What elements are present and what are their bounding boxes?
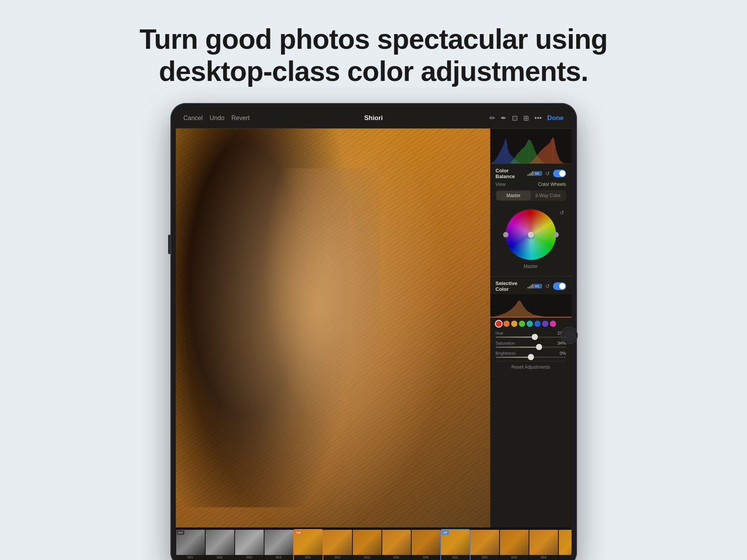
saturation-fill (496, 347, 539, 348)
swatch-green[interactable] (519, 321, 525, 327)
wheel-center-handle[interactable] (528, 232, 534, 238)
strip-item-cn5[interactable]: 005 (412, 530, 440, 560)
hue-label-row: Hue 21% (496, 331, 566, 335)
headline: Turn good photos spectacular using deskt… (0, 0, 747, 103)
swatch-red[interactable] (496, 321, 502, 327)
revert-button[interactable]: Revert (232, 115, 250, 122)
volume-button (168, 235, 170, 254)
swatch-blue[interactable] (534, 321, 541, 327)
home-button[interactable] (561, 327, 578, 344)
selective-histogram (490, 294, 572, 318)
tab-master[interactable]: Master (496, 191, 531, 200)
saturation-thumb[interactable] (536, 344, 542, 350)
strip-item-mf1[interactable]: 001 (559, 530, 572, 560)
reset-icon[interactable]: ↺ (545, 170, 550, 177)
selective-color-section: Selective Color ML ↺ (490, 276, 572, 377)
toolbar-center: Shiori (310, 114, 437, 122)
ml-badge[interactable]: ML (533, 171, 542, 176)
swatch-teal[interactable] (527, 321, 533, 327)
undo-button[interactable]: Undo (210, 115, 224, 122)
swatch-purple[interactable] (542, 321, 548, 327)
saturation-label-row: Saturation 34% (496, 341, 566, 345)
histogram-svg (490, 129, 572, 163)
selective-color-controls: ML ↺ (533, 282, 566, 290)
color-wheel[interactable] (506, 210, 556, 260)
strip-item-cf4[interactable]: 004 (529, 530, 558, 560)
brightness-label: Brightness (496, 351, 516, 356)
saturation-slider-row: Saturation 34% (496, 341, 566, 348)
strip-item-bw3[interactable]: 003 (235, 530, 264, 560)
more-icon[interactable]: ••• (534, 114, 542, 122)
strip-item-cn2[interactable]: 002 (323, 530, 352, 560)
hue-thumb[interactable] (532, 334, 538, 340)
brightness-slider-row: Brightness 0% (496, 351, 566, 358)
pencil-icon[interactable]: ✒ (501, 114, 507, 122)
selective-ml-badge[interactable]: ML (533, 284, 542, 289)
hue-slider-row: Hue 21% (496, 331, 566, 338)
filmstrip: BW 001 002 003 004 (176, 527, 572, 560)
ipad-outer: Cancel Undo Revert Shiori ✏ ✒ ⊡ ⊞ (170, 103, 577, 560)
toolbar-right: ✏ ✒ ⊡ ⊞ ••• Done (437, 114, 563, 122)
hue-label: Hue (496, 331, 503, 335)
strip-item-cf3[interactable]: 003 (500, 530, 529, 560)
photo-background (176, 129, 490, 527)
strip-item-bw1[interactable]: BW 001 (176, 530, 205, 560)
mode-tabs: Master 3-Way Color (496, 190, 566, 201)
cancel-button[interactable]: Cancel (184, 115, 203, 122)
wheel-right-handle[interactable] (553, 232, 559, 237)
view-value[interactable]: Color Wheels (538, 182, 566, 187)
strip-item-cn3[interactable]: 003 (353, 530, 381, 560)
toolbar-left: Cancel Undo Revert (184, 115, 310, 122)
brightness-value: 0% (560, 351, 566, 356)
done-button[interactable]: Done (547, 114, 564, 122)
color-balance-header: Color Balance ML ↺ (496, 168, 566, 179)
bw-badge: BW (177, 531, 184, 535)
swatch-orange[interactable] (503, 321, 510, 327)
selective-reset-icon[interactable]: ↺ (545, 283, 550, 289)
swatch-yellow[interactable] (511, 321, 517, 327)
grid-icon[interactable]: ⊞ (523, 114, 529, 122)
color-balance-controls: ML ↺ (533, 170, 566, 177)
wheel-left-handle[interactable] (503, 232, 508, 237)
brightness-fill (496, 357, 531, 358)
photo-overlay (176, 129, 490, 527)
brightness-track[interactable] (496, 357, 566, 358)
color-swatches (496, 321, 566, 327)
photo-title: Shiori (364, 114, 383, 122)
color-balance-section: Color Balance ML ↺ (490, 163, 572, 276)
strip-item-bw4[interactable]: 004 (264, 530, 293, 560)
photo-area[interactable] (176, 129, 490, 527)
strip-item-cn4[interactable]: 004 (382, 530, 411, 560)
view-label: View (496, 182, 506, 187)
right-panel: Color Balance ML ↺ (490, 129, 572, 527)
color-balance-toggle[interactable] (553, 170, 566, 177)
saturation-track[interactable] (496, 347, 566, 348)
brightness-thumb[interactable] (528, 354, 534, 360)
selective-signal-icon (527, 284, 533, 289)
toolbar: Cancel Undo Revert Shiori ✏ ✒ ⊡ ⊞ (176, 108, 572, 129)
selective-color-header: Selective Color ML ↺ (496, 280, 566, 292)
brush-icon[interactable]: ✏ (489, 114, 495, 122)
selective-histogram-svg (490, 294, 572, 318)
cn-badge: CN (295, 531, 302, 535)
strip-item-cn1[interactable]: CN 001 (294, 530, 323, 560)
wheel-label: Master (496, 264, 566, 272)
strip-item-cf2[interactable]: 002 (471, 530, 499, 560)
ipad-device: Cancel Undo Revert Shiori ✏ ✒ ⊡ ⊞ (0, 103, 747, 560)
selective-color-toggle[interactable] (553, 282, 566, 290)
ipad-screen: Cancel Undo Revert Shiori ✏ ✒ ⊡ ⊞ (176, 108, 572, 560)
hue-fill (496, 337, 535, 338)
tab-3way[interactable]: 3-Way Color (531, 191, 565, 200)
wheel-reset-icon[interactable]: ↺ (560, 210, 564, 216)
strip-item-cf1[interactable]: CF 001 (441, 530, 470, 560)
histogram (490, 129, 572, 163)
crop-icon[interactable]: ⊡ (512, 114, 518, 122)
selective-color-title: Selective Color (496, 280, 533, 292)
headline-text: Turn good photos spectacular using deskt… (0, 23, 747, 88)
color-balance-title: Color Balance (496, 168, 533, 179)
hue-track[interactable] (496, 337, 566, 338)
signal-icon (527, 171, 533, 176)
strip-item-bw2[interactable]: 002 (206, 530, 234, 560)
reset-adjustments-button[interactable]: Reset Adjustments (496, 361, 566, 373)
swatch-pink[interactable] (550, 321, 556, 327)
